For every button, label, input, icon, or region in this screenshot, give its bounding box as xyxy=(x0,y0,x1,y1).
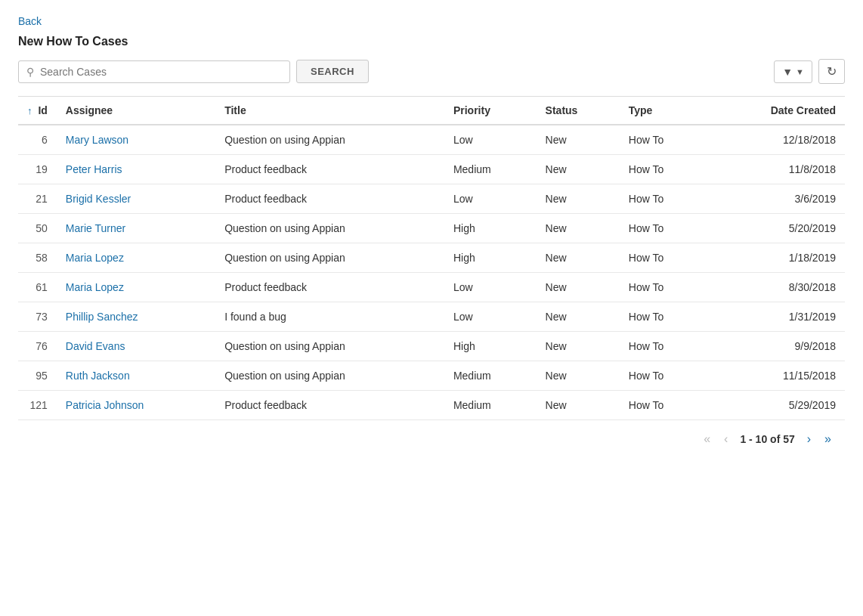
cell-date: 1/31/2019 xyxy=(707,302,845,332)
cell-type: How To xyxy=(620,332,707,361)
col-status-label: Status xyxy=(546,104,578,116)
cell-date: 9/9/2018 xyxy=(707,332,845,361)
next-page-button[interactable]: › xyxy=(803,431,815,447)
cell-status: New xyxy=(537,125,620,155)
table-header: ↑ Id Assignee Title Priority Status Type… xyxy=(18,97,845,125)
cell-type: How To xyxy=(620,125,707,155)
cell-date: 11/8/2018 xyxy=(707,155,845,184)
cell-status: New xyxy=(537,214,620,243)
cell-id: 95 xyxy=(18,361,57,391)
cell-title: Product feedback xyxy=(215,273,444,302)
col-title[interactable]: Title xyxy=(215,97,444,125)
cell-title: Product feedback xyxy=(215,155,444,184)
cell-priority: High xyxy=(444,214,537,243)
first-page-button[interactable]: « xyxy=(699,431,715,447)
col-date[interactable]: Date Created xyxy=(707,97,845,125)
cell-type: How To xyxy=(620,391,707,420)
cell-assignee[interactable]: Mary Lawson xyxy=(57,125,215,155)
cell-type: How To xyxy=(620,361,707,391)
cell-assignee[interactable]: Patricia Johnson xyxy=(57,391,215,420)
cell-status: New xyxy=(537,361,620,391)
table-row: 6Mary LawsonQuestion on using AppianLowN… xyxy=(18,125,845,155)
last-page-button[interactable]: » xyxy=(820,431,836,447)
cases-table: ↑ Id Assignee Title Priority Status Type… xyxy=(18,96,845,420)
col-id[interactable]: ↑ Id xyxy=(18,97,57,125)
cell-status: New xyxy=(537,391,620,420)
cell-type: How To xyxy=(620,302,707,332)
cell-status: New xyxy=(537,332,620,361)
cell-id: 76 xyxy=(18,332,57,361)
cell-type: How To xyxy=(620,155,707,184)
toolbar-right: ▼ ▼ ↻ xyxy=(774,59,845,84)
table-row: 76David EvansQuestion on using AppianHig… xyxy=(18,332,845,361)
table-body: 6Mary LawsonQuestion on using AppianLowN… xyxy=(18,125,845,420)
cell-id: 121 xyxy=(18,391,57,420)
cell-assignee[interactable]: Maria Lopez xyxy=(57,273,215,302)
cell-priority: Medium xyxy=(444,361,537,391)
cell-assignee[interactable]: Ruth Jackson xyxy=(57,361,215,391)
table-row: 58Maria LopezQuestion on using AppianHig… xyxy=(18,243,845,273)
cell-title: Product feedback xyxy=(215,184,444,214)
cell-priority: Low xyxy=(444,302,537,332)
cell-date: 12/18/2018 xyxy=(707,125,845,155)
table-row: 73Phillip SanchezI found a bugLowNewHow … xyxy=(18,302,845,332)
col-type-label: Type xyxy=(629,104,653,116)
cell-title: I found a bug xyxy=(215,302,444,332)
cell-assignee[interactable]: Maria Lopez xyxy=(57,243,215,273)
table-row: 61Maria LopezProduct feedbackLowNewHow T… xyxy=(18,273,845,302)
cell-id: 6 xyxy=(18,125,57,155)
pagination-info: 1 - 10 of 57 xyxy=(740,433,794,445)
cell-type: How To xyxy=(620,243,707,273)
cell-priority: Medium xyxy=(444,155,537,184)
col-assignee[interactable]: Assignee xyxy=(57,97,215,125)
cell-priority: High xyxy=(444,243,537,273)
col-priority-label: Priority xyxy=(453,104,490,116)
cell-type: How To xyxy=(620,273,707,302)
cell-status: New xyxy=(537,302,620,332)
refresh-button[interactable]: ↻ xyxy=(818,59,845,84)
cell-id: 73 xyxy=(18,302,57,332)
search-button[interactable]: SEARCH xyxy=(296,60,369,83)
cell-priority: Low xyxy=(444,273,537,302)
search-icon: ⚲ xyxy=(26,66,34,78)
cell-assignee[interactable]: David Evans xyxy=(57,332,215,361)
cell-assignee[interactable]: Brigid Kessler xyxy=(57,184,215,214)
col-date-label: Date Created xyxy=(771,104,836,116)
cell-priority: Low xyxy=(444,184,537,214)
filter-button[interactable]: ▼ ▼ xyxy=(774,60,812,83)
cell-date: 1/18/2019 xyxy=(707,243,845,273)
cell-status: New xyxy=(537,184,620,214)
cell-title: Question on using Appian xyxy=(215,361,444,391)
sort-up-icon: ↑ xyxy=(27,105,32,116)
filter-icon: ▼ xyxy=(782,66,793,78)
col-id-label: Id xyxy=(38,104,47,116)
cell-id: 21 xyxy=(18,184,57,214)
cell-title: Question on using Appian xyxy=(215,332,444,361)
cell-status: New xyxy=(537,155,620,184)
col-status[interactable]: Status xyxy=(537,97,620,125)
pagination: « ‹ 1 - 10 of 57 › » xyxy=(18,420,845,450)
cell-priority: Medium xyxy=(444,391,537,420)
cell-assignee[interactable]: Phillip Sanchez xyxy=(57,302,215,332)
search-box: ⚲ xyxy=(18,60,290,83)
cell-assignee[interactable]: Marie Turner xyxy=(57,214,215,243)
cell-id: 19 xyxy=(18,155,57,184)
prev-page-button[interactable]: ‹ xyxy=(719,431,732,447)
cell-date: 8/30/2018 xyxy=(707,273,845,302)
cell-id: 50 xyxy=(18,214,57,243)
col-type[interactable]: Type xyxy=(620,97,707,125)
cell-assignee[interactable]: Peter Harris xyxy=(57,155,215,184)
cell-priority: Low xyxy=(444,125,537,155)
page-title: New How To Cases xyxy=(18,35,845,48)
cell-id: 61 xyxy=(18,273,57,302)
search-input[interactable] xyxy=(40,66,282,78)
cell-id: 58 xyxy=(18,243,57,273)
table-row: 95Ruth JacksonQuestion on using AppianMe… xyxy=(18,361,845,391)
refresh-icon: ↻ xyxy=(827,64,837,79)
cell-date: 5/20/2019 xyxy=(707,214,845,243)
table-row: 19Peter HarrisProduct feedbackMediumNewH… xyxy=(18,155,845,184)
back-link[interactable]: Back xyxy=(18,15,42,27)
cell-title: Question on using Appian xyxy=(215,125,444,155)
col-priority[interactable]: Priority xyxy=(444,97,537,125)
table-row: 121Patricia JohnsonProduct feedbackMediu… xyxy=(18,391,845,420)
